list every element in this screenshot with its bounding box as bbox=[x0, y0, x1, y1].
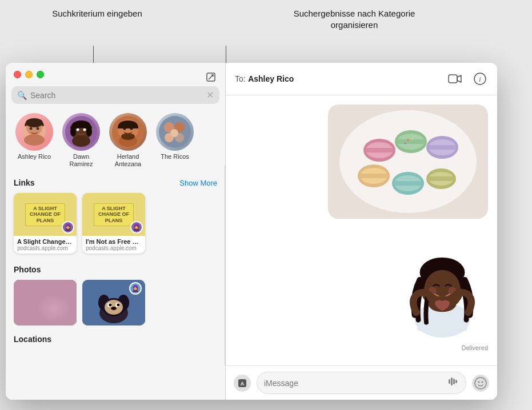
svg-point-19 bbox=[121, 133, 135, 140]
svg-rect-72 bbox=[429, 176, 454, 181]
svg-point-12 bbox=[70, 127, 76, 136]
photos-section-header: Photos bbox=[6, 260, 225, 278]
avatar-ashley bbox=[15, 113, 53, 151]
chat-input-bar: A bbox=[226, 365, 497, 400]
link-url-1: podcasts.apple.com bbox=[17, 245, 73, 251]
link-card-2[interactable]: A SLIGHT CHANGE OF PLANS 🧕 I'm Not as Fr… bbox=[82, 193, 145, 254]
podcast-sticky-2: A SLIGHT CHANGE OF PLANS bbox=[94, 203, 134, 226]
link-card-1-image: A SLIGHT CHANGE OF PLANS 🧕 bbox=[14, 193, 77, 236]
link-title-1: A Slight Change of P... bbox=[17, 238, 73, 245]
svg-point-13 bbox=[86, 127, 92, 136]
video-call-button[interactable] bbox=[447, 71, 463, 87]
podcast-cover-1: A SLIGHT CHANGE OF PLANS 🧕 bbox=[14, 193, 77, 236]
memoji-figure bbox=[397, 228, 488, 342]
svg-point-74 bbox=[413, 142, 415, 143]
svg-point-91 bbox=[475, 377, 486, 389]
chat-messages: Delivered bbox=[226, 95, 497, 365]
svg-rect-57 bbox=[366, 148, 393, 152]
search-clear-icon[interactable]: ✕ bbox=[206, 90, 214, 101]
svg-point-10 bbox=[77, 128, 79, 131]
photo-macarons[interactable] bbox=[14, 280, 77, 325]
avatar-dawn bbox=[62, 113, 100, 151]
message-input[interactable] bbox=[264, 379, 443, 388]
contact-name-ashley: Ashley Rico bbox=[18, 153, 51, 160]
link-card-1[interactable]: A SLIGHT CHANGE OF PLANS 🧕 A Slight Chan… bbox=[14, 193, 77, 254]
close-button[interactable] bbox=[14, 71, 21, 78]
sidebar-divider bbox=[225, 166, 225, 365]
messages-window: 🔍 ✕ bbox=[6, 63, 497, 400]
app-store-button[interactable]: A bbox=[234, 375, 251, 392]
audio-input-icon[interactable] bbox=[447, 376, 459, 390]
chat-recipient-info: To: Ashley Rico bbox=[235, 74, 294, 84]
contact-ricos[interactable]: The Ricos bbox=[154, 113, 195, 168]
info-button[interactable]: i bbox=[472, 71, 488, 87]
traffic-lights bbox=[6, 63, 225, 84]
contact-name-dawn: Dawn Ramirez bbox=[61, 153, 102, 168]
svg-rect-88 bbox=[451, 377, 453, 385]
annotation-left-label: Suchkriterium eingeben bbox=[51, 8, 143, 19]
link-card-2-image: A SLIGHT CHANGE OF PLANS 🧕 bbox=[82, 193, 145, 236]
svg-point-5 bbox=[37, 127, 39, 130]
svg-point-9 bbox=[72, 135, 90, 147]
svg-rect-69 bbox=[394, 181, 422, 186]
show-more-button[interactable]: Show More bbox=[179, 179, 217, 187]
contact-herland[interactable]: Herland Antezana bbox=[107, 113, 149, 168]
svg-rect-89 bbox=[453, 379, 455, 384]
podcast-avatar-1: 🧕 bbox=[62, 221, 74, 234]
locations-section-title: Locations bbox=[6, 332, 225, 348]
chat-header: To: Ashley Rico i bbox=[226, 63, 497, 95]
svg-point-3 bbox=[24, 134, 45, 146]
chat-panel: To: Ashley Rico i bbox=[226, 63, 497, 400]
photos-section-title: Photos bbox=[14, 265, 41, 274]
emoji-button[interactable] bbox=[472, 375, 489, 392]
contact-name-herland: Herland Antezana bbox=[107, 153, 149, 168]
macaron-message bbox=[328, 104, 488, 221]
macaron-image bbox=[14, 280, 77, 325]
svg-point-73 bbox=[407, 139, 409, 141]
svg-point-26 bbox=[68, 317, 77, 325]
svg-point-4 bbox=[30, 127, 33, 130]
dog-image: 🧕 bbox=[82, 280, 145, 325]
svg-point-49 bbox=[111, 307, 117, 310]
chat-to-label: To: bbox=[235, 74, 246, 83]
contact-name-ricos: The Ricos bbox=[161, 153, 189, 160]
photos-grid: 🧕 bbox=[6, 278, 225, 332]
links-grid: A SLIGHT CHANGE OF PLANS 🧕 A Slight Chan… bbox=[6, 191, 225, 260]
svg-point-92 bbox=[478, 381, 480, 383]
search-input[interactable] bbox=[30, 91, 203, 100]
contact-dawn[interactable]: Dawn Ramirez bbox=[61, 113, 102, 168]
svg-point-11 bbox=[83, 128, 86, 131]
photo-dog[interactable]: 🧕 bbox=[82, 280, 145, 325]
link-card-1-info: A Slight Change of P... podcasts.apple.c… bbox=[14, 236, 77, 254]
link-url-2: podcasts.apple.com bbox=[86, 245, 142, 251]
chat-recipient-name: Ashley Rico bbox=[248, 74, 294, 83]
delivered-label: Delivered bbox=[462, 344, 488, 351]
svg-rect-87 bbox=[449, 379, 450, 384]
minimize-button[interactable] bbox=[25, 71, 33, 78]
links-section-header: Links Show More bbox=[6, 174, 225, 191]
svg-rect-60 bbox=[397, 139, 425, 144]
fullscreen-button[interactable] bbox=[37, 71, 44, 78]
search-bar[interactable]: 🔍 ✕ bbox=[11, 86, 219, 104]
svg-rect-66 bbox=[360, 174, 387, 178]
svg-point-25 bbox=[170, 129, 178, 137]
compose-button[interactable] bbox=[203, 70, 218, 85]
avatar-herland bbox=[109, 113, 147, 151]
message-input-wrap[interactable] bbox=[257, 372, 466, 394]
link-title-2: I'm Not as Free as I... bbox=[86, 238, 142, 245]
podcast-sticky-1: A SLIGHT CHANGE OF PLANS bbox=[25, 203, 65, 226]
avatar-ricos bbox=[156, 113, 194, 151]
svg-point-47 bbox=[109, 304, 112, 307]
podcast-cover-2: A SLIGHT CHANGE OF PLANS 🧕 bbox=[82, 193, 145, 236]
svg-rect-50 bbox=[449, 75, 457, 83]
svg-point-48 bbox=[117, 304, 120, 307]
svg-rect-63 bbox=[429, 145, 456, 150]
contact-ashley[interactable]: Ashley Rico bbox=[14, 113, 55, 168]
svg-point-93 bbox=[482, 381, 483, 383]
svg-point-76 bbox=[412, 138, 414, 140]
sidebar: 🔍 ✕ bbox=[6, 63, 226, 400]
svg-point-54 bbox=[339, 110, 477, 213]
links-section-title: Links bbox=[14, 178, 35, 187]
svg-text:i: i bbox=[479, 75, 481, 83]
podcast-avatar-2: 🧕 bbox=[130, 221, 143, 234]
